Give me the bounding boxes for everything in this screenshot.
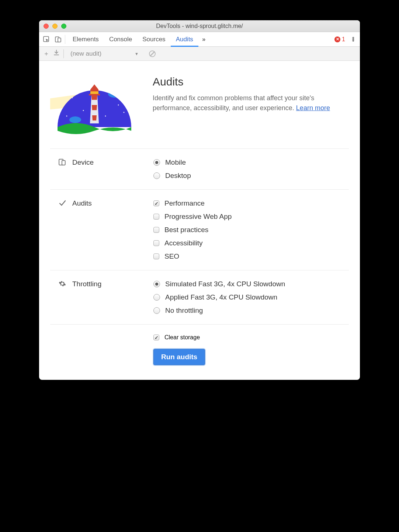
new-audit-icon[interactable]: ＋ bbox=[42, 49, 50, 58]
option-label: SEO bbox=[164, 252, 179, 260]
download-audit-icon[interactable] bbox=[52, 50, 60, 57]
audits-toolbar: ＋ (new audit) ▼ bbox=[39, 47, 360, 61]
option-label: Clear storage bbox=[164, 334, 200, 341]
svg-point-12 bbox=[118, 105, 119, 106]
audit-select-label: (new audit) bbox=[70, 50, 101, 57]
audit-select-dropdown[interactable]: (new audit) ▼ bbox=[68, 50, 141, 57]
audits-panel: Audits Identify and fix common problems … bbox=[39, 61, 360, 380]
run-audits-button[interactable]: Run audits bbox=[153, 349, 205, 365]
audits-label: Audits bbox=[72, 199, 92, 207]
svg-point-10 bbox=[105, 116, 106, 117]
devtools-tabstrip: Elements Console Sources Audits » ✕ 1 ••… bbox=[39, 32, 360, 47]
divider bbox=[63, 49, 64, 58]
device-label: Device bbox=[72, 158, 94, 167]
audit-option-seo[interactable]: SEO bbox=[153, 252, 349, 260]
radio-icon bbox=[153, 307, 160, 314]
window-title: DevTools - wind-sprout.glitch.me/ bbox=[39, 23, 360, 29]
audits-description: Identify and fix common problems that af… bbox=[153, 93, 349, 113]
option-label: Best practices bbox=[164, 226, 208, 234]
error-icon: ✕ bbox=[334, 36, 340, 42]
audits-header: Audits Identify and fix common problems … bbox=[50, 76, 349, 149]
clear-storage-option[interactable]: Clear storage bbox=[153, 334, 200, 341]
traffic-lights bbox=[39, 24, 66, 29]
devtools-window: DevTools - wind-sprout.glitch.me/ Elemen… bbox=[39, 20, 360, 380]
device-section: Device Mobile Desktop bbox=[50, 149, 349, 190]
checkbox-icon bbox=[153, 214, 159, 220]
audit-option-pwa[interactable]: Progressive Web App bbox=[153, 213, 349, 221]
radio-icon bbox=[153, 294, 160, 301]
option-label: No throttling bbox=[165, 307, 203, 315]
inspect-element-icon[interactable] bbox=[41, 34, 52, 45]
throttling-option-applied[interactable]: Applied Fast 3G, 4x CPU Slowdown bbox=[153, 293, 349, 301]
lighthouse-illustration bbox=[50, 76, 139, 136]
device-option-mobile[interactable]: Mobile bbox=[153, 158, 349, 167]
page-title: Audits bbox=[153, 76, 349, 88]
svg-point-14 bbox=[69, 116, 81, 123]
throttling-option-simulated[interactable]: Simulated Fast 3G, 4x CPU Slowdown bbox=[153, 280, 349, 288]
option-label: Mobile bbox=[165, 158, 186, 167]
svg-rect-2 bbox=[58, 38, 61, 42]
titlebar: DevTools - wind-sprout.glitch.me/ bbox=[39, 20, 360, 32]
checkbox-icon bbox=[153, 335, 159, 340]
svg-rect-20 bbox=[90, 90, 98, 91]
throttling-option-none[interactable]: No throttling bbox=[153, 307, 349, 315]
option-label: Applied Fast 3G, 4x CPU Slowdown bbox=[165, 293, 277, 301]
devtools-menu-button[interactable]: ••• bbox=[348, 37, 358, 42]
checkbox-icon bbox=[153, 240, 159, 246]
check-icon bbox=[58, 199, 66, 207]
svg-rect-24 bbox=[62, 161, 65, 165]
tabs-overflow-button[interactable]: » bbox=[198, 36, 209, 43]
option-label: Progressive Web App bbox=[164, 213, 232, 221]
audits-header-text: Audits Identify and fix common problems … bbox=[153, 76, 349, 136]
run-section: Clear storage Run audits bbox=[50, 325, 349, 365]
chevron-down-icon: ▼ bbox=[135, 52, 139, 56]
throttling-section: Throttling Simulated Fast 3G, 4x CPU Slo… bbox=[50, 270, 349, 325]
audits-section: Audits Performance Progressive Web App B… bbox=[50, 190, 349, 270]
svg-point-13 bbox=[108, 90, 121, 98]
svg-point-8 bbox=[124, 112, 125, 113]
svg-marker-16 bbox=[91, 95, 97, 100]
divider bbox=[65, 35, 65, 44]
radio-icon bbox=[153, 172, 160, 179]
svg-marker-21 bbox=[90, 84, 98, 90]
clear-icon[interactable] bbox=[149, 50, 156, 57]
option-label: Performance bbox=[164, 199, 205, 207]
svg-marker-17 bbox=[92, 105, 97, 110]
tab-audits[interactable]: Audits bbox=[171, 32, 198, 47]
minimize-window-button[interactable] bbox=[52, 24, 58, 29]
audit-option-best-practices[interactable]: Best practices bbox=[153, 226, 349, 234]
checkbox-icon bbox=[153, 253, 159, 259]
gear-icon bbox=[58, 280, 66, 287]
device-icon bbox=[58, 158, 66, 166]
throttling-label: Throttling bbox=[72, 280, 101, 288]
option-label: Desktop bbox=[165, 172, 191, 180]
audit-option-accessibility[interactable]: Accessibility bbox=[153, 239, 349, 247]
audit-option-performance[interactable]: Performance bbox=[153, 199, 349, 207]
maximize-window-button[interactable] bbox=[61, 24, 66, 29]
svg-marker-18 bbox=[92, 115, 97, 120]
svg-point-6 bbox=[83, 110, 84, 111]
tab-sources[interactable]: Sources bbox=[137, 32, 170, 46]
svg-point-9 bbox=[66, 116, 67, 117]
error-count: 1 bbox=[342, 36, 345, 43]
option-label: Accessibility bbox=[164, 239, 202, 247]
checkbox-icon bbox=[153, 200, 159, 206]
checkbox-icon bbox=[153, 227, 159, 233]
device-option-desktop[interactable]: Desktop bbox=[153, 172, 349, 180]
device-toggle-icon[interactable] bbox=[52, 34, 64, 45]
error-count-badge[interactable]: ✕ 1 bbox=[334, 36, 348, 43]
svg-rect-22 bbox=[89, 94, 100, 95]
learn-more-link[interactable]: Learn more bbox=[296, 104, 330, 112]
option-label: Simulated Fast 3G, 4x CPU Slowdown bbox=[165, 280, 285, 288]
tab-console[interactable]: Console bbox=[104, 32, 137, 46]
radio-icon bbox=[153, 159, 160, 166]
tab-elements[interactable]: Elements bbox=[67, 32, 104, 46]
radio-icon bbox=[153, 281, 160, 287]
close-window-button[interactable] bbox=[44, 24, 49, 29]
